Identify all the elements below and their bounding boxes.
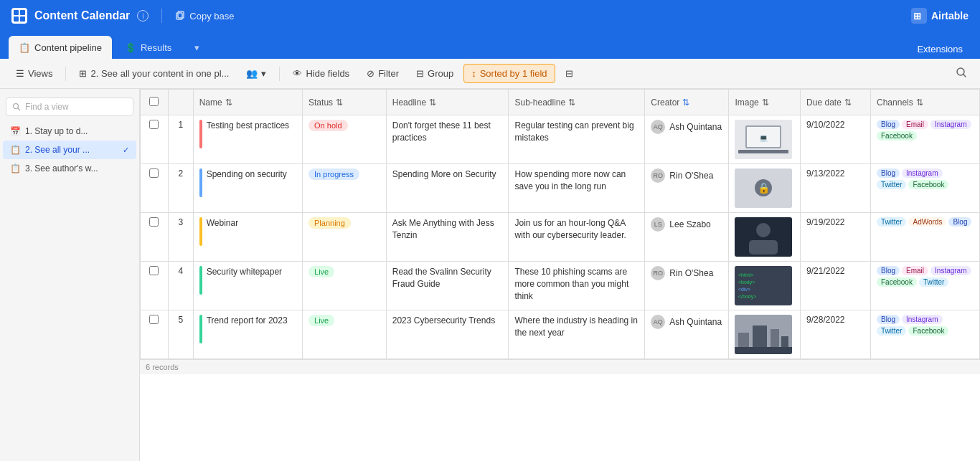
channel-tags: BlogInstagramTwitterFacebook [877,168,974,189]
cell-headline[interactable]: 2023 Cybersecurity Trends [386,310,509,359]
subheadline-text: These 10 phishing scams are more common … [514,267,628,301]
cell-subheadline[interactable]: Join us for an hour-long Q&A with our cy… [509,213,645,262]
cell-name[interactable]: Webinar [193,213,302,262]
tab-results-label: Results [141,42,171,53]
svg-rect-16 [738,150,788,153]
row-checkbox[interactable] [149,217,159,227]
col-name-header[interactable]: Name ⇅ [193,90,302,115]
table-row[interactable]: 2Spending on securityIn progressSpending… [141,164,980,213]
cell-status[interactable]: In progress [303,164,387,213]
grid-footer: 6 records [140,359,980,374]
current-view-button[interactable]: ⊞ 2. See all your content in one pl... [72,65,236,82]
cell-channels: BlogInstagramTwitterFacebook [871,164,980,213]
tab-results[interactable]: 💲 Results [115,36,182,59]
extensions-button[interactable]: Extensions [908,39,971,59]
due-date-text: 9/19/2022 [806,217,844,227]
cell-name[interactable]: Testing best practices [193,115,302,164]
col-creator-header[interactable]: Creator ⇅ [645,90,729,115]
name-text: Trend report for 2023 [207,315,288,327]
col-channels-header[interactable]: Channels ⇅ [871,90,980,115]
row-height-button[interactable]: ⊟ [558,65,580,82]
grid-icon: ⊞ [79,68,87,79]
cell-headline[interactable]: Ask Me Anything with Jess Tenzin [386,213,509,262]
col-name-sort: ⇅ [225,98,232,108]
hide-fields-button[interactable]: 👁 Hide fields [286,65,357,82]
channel-tags: BlogEmailInstagramFacebook [877,120,974,141]
col-headline-header[interactable]: Headline ⇅ [386,90,509,115]
row-height-icon: ⊟ [565,68,573,79]
cell-creator: LSLee Szabo [645,213,729,262]
col-duedate-sort: ⇅ [844,98,852,108]
channel-tag: Blog [948,217,971,227]
header-left: Content Calendar i Copy base [11,8,235,24]
group-icon: ⊟ [416,68,424,79]
table-row[interactable]: 3WebinarPlanningAsk Me Anything with Jes… [141,213,980,262]
tab-content-pipeline[interactable]: 📋 Content pipeline [9,36,112,59]
filter-icon: ⊘ [367,68,374,79]
group-label: Group [428,68,453,79]
cell-status[interactable]: Planning [303,213,387,262]
cell-name[interactable]: Spending on security [193,164,302,213]
sidebar-item-1[interactable]: 📅 1. Stay up to d... [3,122,136,141]
cell-name[interactable]: Security whitepaper [193,262,302,310]
cell-image: 💻 [729,115,801,164]
grid-area[interactable]: Name ⇅ Status ⇅ Headline ⇅ [140,89,980,461]
info-icon[interactable]: i [137,10,149,22]
collaborators-button[interactable]: 👥 ▾ [239,65,273,82]
row-checkbox[interactable] [149,168,159,178]
row-checkbox[interactable] [149,315,159,324]
col-image-header[interactable]: Image ⇅ [729,90,801,115]
cell-creator: AQAsh Quintana [645,310,729,359]
col-subheadline-header[interactable]: Sub-headline ⇅ [509,90,645,115]
headline-text: Read the Svalinn Security Fraud Guide [392,267,491,289]
channel-tag: Facebook [877,277,917,287]
sidebar-search[interactable]: Find a view [6,98,133,116]
col-duedate-header[interactable]: Due date ⇅ [801,90,871,115]
copy-base-button[interactable]: Copy base [175,11,234,22]
cell-subheadline[interactable]: These 10 phishing scams are more common … [509,262,645,310]
channel-tag: Twitter [919,277,948,287]
row-checkbox[interactable] [149,120,159,129]
toolbar: ☰ Views ⊞ 2. See all your content in one… [0,59,980,89]
sidebar-item-2[interactable]: 📋 2. See all your ... ✓ [3,141,136,159]
cell-headline[interactable]: Don't forget these 11 best practices [386,115,509,164]
svg-line-11 [18,108,20,110]
select-all-checkbox[interactable] [149,97,159,106]
col-check[interactable] [141,90,169,115]
cell-duedate: 9/19/2022 [801,213,871,262]
col-status-header[interactable]: Status ⇅ [303,90,387,115]
status-badge: On hold [308,120,348,131]
channel-tag: Twitter [877,180,906,189]
row-number: 4 [168,262,193,310]
cell-name[interactable]: Trend report for 2023 [193,310,302,359]
table-row[interactable]: 1Testing best practicesOn holdDon't forg… [141,115,980,164]
svg-text:💻: 💻 [759,133,768,143]
cell-subheadline[interactable]: How spending more now can save you in th… [509,164,645,213]
row-checkbox[interactable] [149,266,159,275]
cell-subheadline[interactable]: Regular testing can prevent big mistakes [509,115,645,164]
table-row[interactable]: 5Trend report for 2023Live2023 Cybersecu… [141,310,980,359]
views-button[interactable]: ☰ Views [9,65,60,82]
col-status-sort: ⇅ [336,98,343,108]
toolbar-divider-1 [65,67,66,81]
cell-headline[interactable]: Spending More on Security [386,164,509,213]
sidebar: Find a view 📅 1. Stay up to d... 📋 2. Se… [0,89,140,461]
sort-button[interactable]: ↕ Sorted by 1 field [463,64,555,83]
search-button[interactable] [951,62,971,85]
top-header: Content Calendar i Copy base ⊞ Airtable [0,0,980,32]
cell-channels: BlogInstagramTwitterFacebook [871,310,980,359]
sidebar-item-3[interactable]: 📋 3. See author's w... [3,159,136,178]
tab-more[interactable]: ▾ [184,36,209,59]
channel-tag: Email [902,266,928,275]
cell-image [729,213,801,262]
cell-image [729,310,801,359]
cell-status[interactable]: Live [303,262,387,310]
table-row[interactable]: 4Security whitepaperLiveRead the Svalinn… [141,262,980,310]
filter-button[interactable]: ⊘ Filter [359,65,406,82]
cell-headline[interactable]: Read the Svalinn Security Fraud Guide [386,262,509,310]
avatar: RO [651,266,665,280]
cell-status[interactable]: On hold [303,115,387,164]
cell-status[interactable]: Live [303,310,387,359]
group-button[interactable]: ⊟ Group [409,65,461,82]
cell-subheadline[interactable]: Where the industry is heading in the nex… [509,310,645,359]
